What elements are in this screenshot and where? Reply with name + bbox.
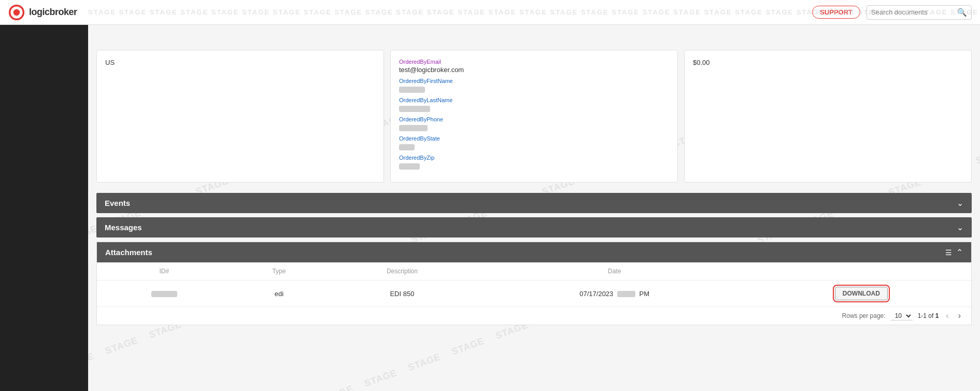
download-button[interactable]: DOWNLOAD: [835, 287, 888, 300]
page-info: 1-1 of 1: [918, 312, 939, 319]
price-value: $0.00: [693, 59, 963, 66]
ordered-by-email-label: OrderedByEmail: [399, 59, 669, 65]
ordered-by-firstname-label: OrderedByFirstName: [399, 78, 669, 84]
ordered-by-lastname-value: [399, 104, 669, 112]
logicbroker-logo-icon: [8, 4, 25, 21]
row-type: edi: [232, 281, 327, 307]
content-area: US OrderedByEmail test@logicbroker.com O…: [88, 50, 980, 336]
ordered-by-zip-value: [399, 162, 669, 170]
col-description: Description: [326, 262, 477, 281]
redacted-id: [151, 291, 177, 297]
rows-per-page-select[interactable]: 10 25 50: [891, 312, 913, 320]
redacted-state: [399, 144, 415, 150]
prev-page-button[interactable]: ‹: [944, 311, 950, 320]
attachments-table: ID# Type Description Date edi EDI 850: [97, 262, 971, 307]
col-date: Date: [478, 262, 751, 281]
sidebar: [0, 25, 88, 391]
redacted-phone: [399, 125, 428, 131]
col-action: [751, 262, 971, 281]
pagination-bar: Rows per page: 10 25 50 1-1 of 1 ‹ ›: [97, 307, 971, 325]
search-input[interactable]: [871, 8, 954, 16]
row-description: EDI 850: [326, 281, 477, 307]
events-title: Events: [105, 199, 130, 207]
info-card-orderby: OrderedByEmail test@logicbroker.com Orde…: [390, 50, 678, 183]
page-info-bold: 1: [935, 312, 939, 319]
ordered-by-state-value: [399, 143, 669, 150]
messages-section-header[interactable]: Messages ⌄: [96, 217, 972, 238]
filter-icon: ☰: [945, 248, 952, 257]
info-card-price: $0.00: [684, 50, 972, 183]
logo: logicbroker: [8, 4, 77, 21]
support-button[interactable]: SUPPORT: [812, 6, 860, 19]
col-type: Type: [232, 262, 327, 281]
redacted-zip: [399, 163, 420, 170]
col-id: ID#: [97, 262, 232, 281]
ordered-by-zip-label: OrderedByZip: [399, 155, 669, 161]
ordered-by-email-value: test@logicbroker.com: [399, 66, 669, 74]
svg-point-1: [13, 9, 20, 15]
redacted-lastname: [399, 106, 430, 112]
attachments-chevron-icon: ⌃: [956, 247, 963, 257]
next-page-button[interactable]: ›: [956, 311, 963, 320]
row-id: [97, 281, 232, 307]
ordered-by-firstname-value: [399, 85, 669, 93]
attachments-section: Attachments ☰ ⌃ ID# Type Description Dat…: [96, 242, 972, 325]
rows-per-page-label: Rows per page:: [842, 312, 886, 319]
topnav: logicbroker STAGE STAGE STAGE STAGE STAG…: [0, 0, 980, 25]
info-card-country: US: [96, 50, 384, 183]
attachments-title: Attachments: [105, 248, 152, 257]
search-icon: 🔍: [957, 8, 967, 17]
redacted-time: [617, 291, 635, 297]
info-cards-row: US OrderedByEmail test@logicbroker.com O…: [96, 50, 972, 189]
attachments-table-header-row: ID# Type Description Date: [97, 262, 971, 281]
messages-chevron-icon: ⌄: [957, 222, 963, 232]
row-date: 07/17/2023 PM: [478, 281, 751, 307]
table-row: edi EDI 850 07/17/2023 PM DOWNLOAD: [97, 281, 971, 307]
main-content: STAGESTAGESTAGESTAGESTAGESTAGESTAGESTAGE…: [88, 50, 980, 391]
country-value: US: [105, 59, 375, 66]
redacted-firstname: [399, 87, 425, 93]
ordered-by-phone-value: [399, 123, 669, 131]
ordered-by-phone-label: OrderedByPhone: [399, 116, 669, 122]
ordered-by-lastname-label: OrderedByLastName: [399, 97, 669, 103]
logo-text: logicbroker: [29, 7, 77, 18]
ordered-by-state-label: OrderedByState: [399, 135, 669, 142]
events-chevron-icon: ⌄: [957, 198, 963, 208]
search-bar[interactable]: 🔍: [867, 5, 972, 20]
row-download: DOWNLOAD: [751, 281, 971, 307]
events-section-header[interactable]: Events ⌄: [96, 193, 972, 213]
messages-title: Messages: [105, 223, 142, 232]
attachments-section-header[interactable]: Attachments ☰ ⌃: [97, 242, 971, 262]
